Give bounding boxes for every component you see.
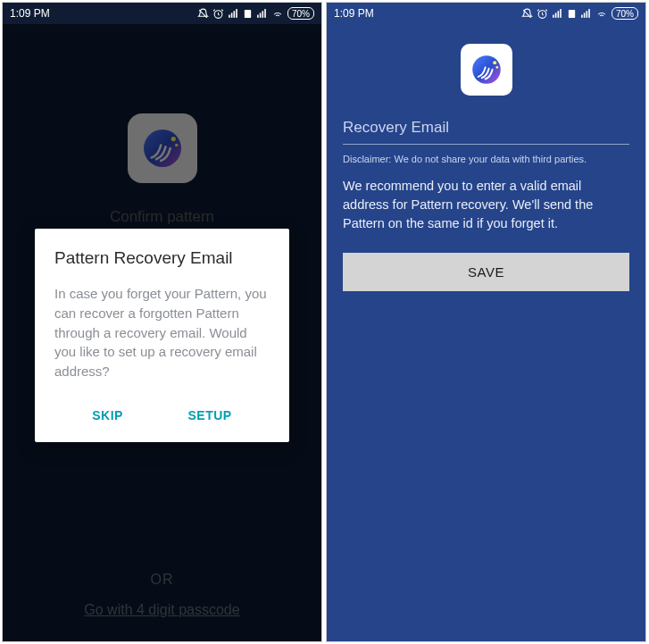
disclaimer-text: Disclaimer: We do not share your data wi… [343, 154, 629, 164]
svg-rect-20 [584, 13, 586, 17]
alarm-icon [537, 8, 548, 20]
recovery-email-dialog: Pattern Recovery Email In case you forge… [35, 229, 289, 442]
signal-icon [228, 8, 239, 20]
status-right: 70% [197, 7, 314, 20]
svg-point-25 [495, 66, 498, 69]
svg-rect-8 [262, 11, 263, 18]
svg-rect-4 [236, 9, 237, 18]
status-time: 1:09 PM [10, 7, 50, 20]
signal2-icon [256, 8, 268, 20]
recommend-text: We recommend you to enter a valid email … [343, 177, 629, 233]
alarm-icon [212, 8, 224, 20]
svg-rect-15 [555, 13, 557, 17]
app-logo [461, 44, 512, 96]
dialog-actions: SKIP SETUP [54, 401, 270, 430]
screen-recovery-email: 1:09 PM 70% Disclaimer: We do not share … [326, 2, 646, 642]
sim-icon [243, 8, 253, 20]
sim-icon [567, 8, 577, 20]
svg-rect-5 [245, 9, 251, 17]
svg-rect-6 [257, 14, 259, 17]
svg-rect-19 [581, 14, 583, 17]
battery-indicator: 70% [287, 7, 314, 20]
dnd-icon [197, 8, 209, 20]
status-right: 70% [521, 7, 638, 20]
svg-rect-17 [560, 9, 562, 18]
svg-rect-21 [586, 11, 587, 18]
dnd-icon [521, 8, 533, 20]
battery-indicator: 70% [612, 7, 638, 20]
dialog-title: Pattern Recovery Email [54, 248, 270, 268]
svg-rect-22 [588, 9, 590, 18]
status-bar: 1:09 PM 70% [3, 3, 321, 24]
svg-rect-1 [229, 14, 230, 17]
wifi-icon [595, 8, 608, 20]
svg-rect-18 [569, 9, 575, 17]
wifi-icon [271, 8, 284, 20]
svg-rect-7 [260, 13, 262, 17]
signal2-icon [580, 8, 592, 20]
recovery-email-form: Disclaimer: We do not share your data wi… [327, 24, 645, 641]
save-button[interactable]: SAVE [343, 253, 629, 291]
status-time: 1:09 PM [334, 7, 374, 20]
svg-rect-9 [264, 9, 266, 18]
svg-rect-3 [233, 11, 235, 18]
skip-button[interactable]: SKIP [81, 401, 134, 430]
dialog-body: In case you forget your Pattern, you can… [54, 284, 270, 381]
svg-rect-16 [557, 11, 559, 18]
screen-pattern-dialog: 1:09 PM 70% Confirm pattern OR Go with 4… [2, 2, 322, 642]
status-bar: 1:09 PM 70% [327, 3, 645, 24]
recovery-email-input[interactable] [343, 113, 629, 145]
signal-icon [552, 8, 563, 20]
svg-rect-2 [231, 13, 233, 17]
svg-point-24 [493, 61, 496, 64]
svg-rect-14 [553, 14, 554, 17]
setup-button[interactable]: SETUP [178, 401, 243, 430]
